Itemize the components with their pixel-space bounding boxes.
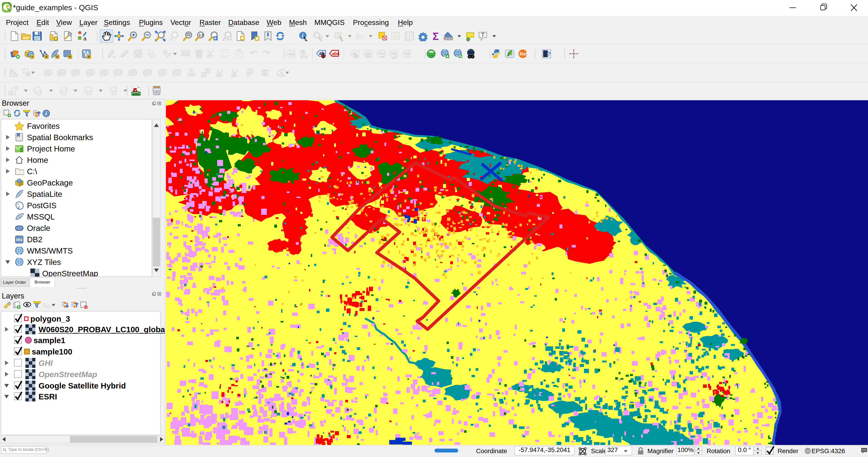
- svg-text:ε: ε: [356, 31, 360, 40]
- svg-text:T: T: [481, 32, 485, 38]
- svg-text:i: i: [302, 32, 304, 39]
- svg-text:a: a: [84, 35, 87, 41]
- svg-text:abc: abc: [288, 52, 295, 56]
- svg-text:1:1: 1:1: [199, 33, 204, 37]
- svg-text:abc: abc: [404, 51, 410, 55]
- svg-text:abc: abc: [391, 51, 397, 55]
- svg-text:Σ: Σ: [433, 31, 439, 41]
- svg-text:ε: ε: [43, 301, 46, 308]
- svg-text:abc: abc: [379, 51, 384, 55]
- svg-text:DB2: DB2: [16, 238, 23, 242]
- svg-text:abc: abc: [365, 51, 371, 55]
- svg-text:abc: abc: [332, 51, 340, 56]
- svg-text:?: ?: [547, 50, 551, 58]
- svg-text:Ref: Ref: [520, 51, 528, 57]
